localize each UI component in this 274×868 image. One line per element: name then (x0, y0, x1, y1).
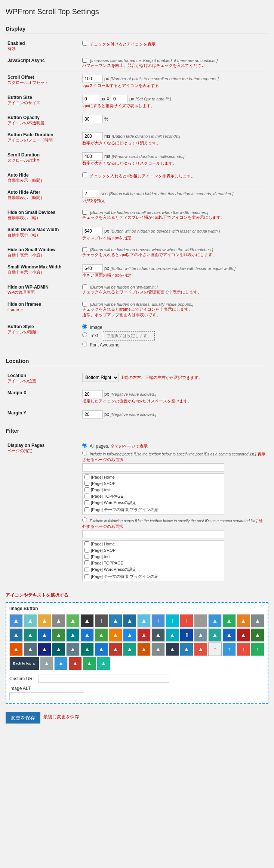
icon-cell[interactable]: ▲ (237, 614, 250, 628)
display-all-label[interactable]: All pages. 全てのページで表示 (82, 443, 267, 449)
icon-cell[interactable]: ▲ (151, 628, 165, 642)
display-exclude-radio[interactable] (82, 517, 87, 522)
icon-cell[interactable]: ▲ (95, 628, 108, 642)
icon-cell[interactable]: ▲ (137, 628, 151, 642)
list-item[interactable]: [Page] TOPPAGE (83, 560, 224, 566)
scroll-offset-input[interactable] (82, 75, 103, 83)
margin-y-input[interactable] (82, 410, 103, 419)
list-item[interactable]: [Page] SHOP (83, 480, 224, 486)
icon-cell[interactable]: ▲ (237, 628, 250, 642)
icon-cell[interactable]: ↑ (166, 614, 179, 628)
icon-cell[interactable]: ▲ (66, 643, 80, 656)
icon-cell[interactable]: ▲ (54, 657, 68, 670)
image-alt-input[interactable] (9, 692, 84, 700)
icon-cell[interactable]: ▲ (9, 643, 23, 656)
icon-cell[interactable]: ▲ (38, 628, 51, 642)
icon-cell[interactable]: ↑ (151, 614, 165, 628)
custom-url-input[interactable] (39, 675, 169, 683)
icon-cell[interactable]: ▲ (109, 614, 122, 628)
icon-cell[interactable]: ↑ (237, 643, 250, 656)
list-item[interactable]: [Page] テーマの特徴 プラグインの紹 (83, 506, 224, 513)
icon-cell[interactable]: ▲ (109, 643, 122, 656)
icon-cell[interactable]: ▲ (80, 643, 94, 656)
list-item[interactable]: [Page] Home (83, 541, 224, 547)
icon-cell[interactable]: ▲ (137, 643, 151, 656)
fade-duration-input[interactable] (82, 132, 103, 140)
icon-cell[interactable]: ▲ (24, 614, 37, 628)
list-item[interactable]: [Page] Home (83, 474, 224, 480)
hide-small-window-checkbox[interactable] (82, 247, 87, 252)
display-include-label[interactable]: Include in following pages [Use the text… (82, 451, 267, 463)
icon-cell[interactable]: ▲ (66, 628, 80, 642)
icon-cell[interactable]: ▲ (123, 643, 136, 656)
icon-cell[interactable]: ▲ (137, 614, 151, 628)
icon-cell[interactable]: ▲ (208, 614, 222, 628)
button-style-text-radio[interactable] (82, 332, 87, 337)
button-style-fa-radio[interactable] (82, 342, 87, 346)
icon-cell[interactable]: ▲ (222, 614, 236, 628)
button-size-h-input[interactable] (111, 95, 128, 103)
icon-cell[interactable]: ▲ (80, 614, 94, 628)
button-style-image-radio[interactable] (82, 324, 87, 329)
icon-cell[interactable]: ▲ (123, 614, 136, 628)
icon-cell[interactable]: ▲ (251, 628, 264, 642)
icon-cell[interactable]: ▲ (180, 643, 193, 656)
icon-cell[interactable]: ↑ (95, 614, 108, 628)
icon-cell[interactable]: ▲ (52, 628, 65, 642)
icon-cell[interactable]: ▲ (9, 614, 23, 628)
opacity-input[interactable] (82, 115, 103, 123)
hide-wp-admin-checkbox[interactable] (82, 284, 87, 289)
icon-cell[interactable]: ↑ (222, 643, 236, 656)
exclude-page-list[interactable]: [Page] Home [Page] SHOP [Page] test [Pag… (82, 540, 224, 581)
scroll-duration-input[interactable] (82, 152, 103, 161)
icon-cell[interactable]: ▲ (38, 643, 51, 656)
button-size-w-input[interactable] (82, 95, 99, 103)
enabled-checkbox[interactable] (82, 41, 87, 46)
js-async-checkbox[interactable] (82, 58, 87, 63)
auto-hide-checkbox-label[interactable]: チェックを入れると○秒後にアイコンを非表示にします。 (82, 173, 195, 178)
icon-cell[interactable]: ▲ (166, 628, 179, 642)
small-window-max-width-input[interactable] (82, 264, 103, 273)
display-exclude-label[interactable]: Exclude in following pages [Use the text… (82, 517, 267, 529)
location-select[interactable]: Bottom Right Bottom Left Top Right Top L… (82, 373, 119, 382)
display-all-radio[interactable] (82, 443, 87, 448)
hide-iframes-checkbox[interactable] (82, 302, 87, 307)
icon-cell[interactable]: ▲ (9, 628, 23, 642)
include-ids-input[interactable] (82, 463, 224, 472)
icon-cell[interactable]: ▲ (80, 628, 94, 642)
list-item[interactable]: [Page] テーマの特徴 プラグインの紹 (83, 573, 224, 580)
icon-cell[interactable]: ▲ (40, 657, 53, 670)
list-item[interactable]: [Page] WordPressの設定 (83, 566, 224, 573)
list-item[interactable]: [Page] TOPPAGE (83, 493, 224, 499)
icon-cell[interactable]: ▲ (222, 628, 236, 642)
icon-cell[interactable]: ▲ (38, 614, 51, 628)
icon-cell[interactable]: ▲ (83, 657, 96, 670)
save-button[interactable]: 変更を保存 (6, 712, 40, 724)
icon-cell[interactable]: ↑ (194, 614, 207, 628)
button-style-fa-label[interactable]: Font Awesome (82, 342, 267, 348)
icon-cell[interactable]: ▲ (151, 643, 165, 656)
icon-cell[interactable]: ▲ (66, 614, 80, 628)
icon-cell[interactable]: ↑ (180, 614, 193, 628)
auto-hide-checkbox[interactable] (82, 172, 87, 177)
icon-cell[interactable]: ▲ (194, 628, 207, 642)
small-device-max-width-input[interactable] (82, 227, 103, 235)
list-item[interactable]: [Page] test (83, 486, 224, 493)
icon-cell[interactable]: ↑ (251, 643, 264, 656)
button-style-image-label[interactable]: Image (82, 324, 267, 330)
icon-cell[interactable]: Back to top ▲ (9, 657, 39, 670)
icon-cell[interactable]: ▲ (95, 643, 108, 656)
icon-cell[interactable]: ▲ (109, 628, 122, 642)
include-page-list[interactable]: [Page] Home [Page] SHOP [Page] test [Pag… (82, 473, 224, 514)
margin-x-input[interactable] (82, 390, 103, 398)
icon-cell[interactable]: ▲ (123, 628, 136, 642)
hide-small-devices-checkbox[interactable] (82, 210, 87, 215)
icon-cell[interactable]: ▲ (52, 614, 65, 628)
list-item[interactable]: [Page] SHOP (83, 547, 224, 553)
enabled-checkbox-label[interactable]: チェックを付けるとアイコンを表示 (82, 41, 156, 47)
display-include-radio[interactable] (82, 451, 87, 455)
exclude-ids-input[interactable] (82, 530, 224, 538)
icon-cell[interactable]: ▲ (251, 614, 264, 628)
icon-cell[interactable]: ▲ (166, 643, 179, 656)
list-item[interactable]: [Page] test (83, 553, 224, 560)
